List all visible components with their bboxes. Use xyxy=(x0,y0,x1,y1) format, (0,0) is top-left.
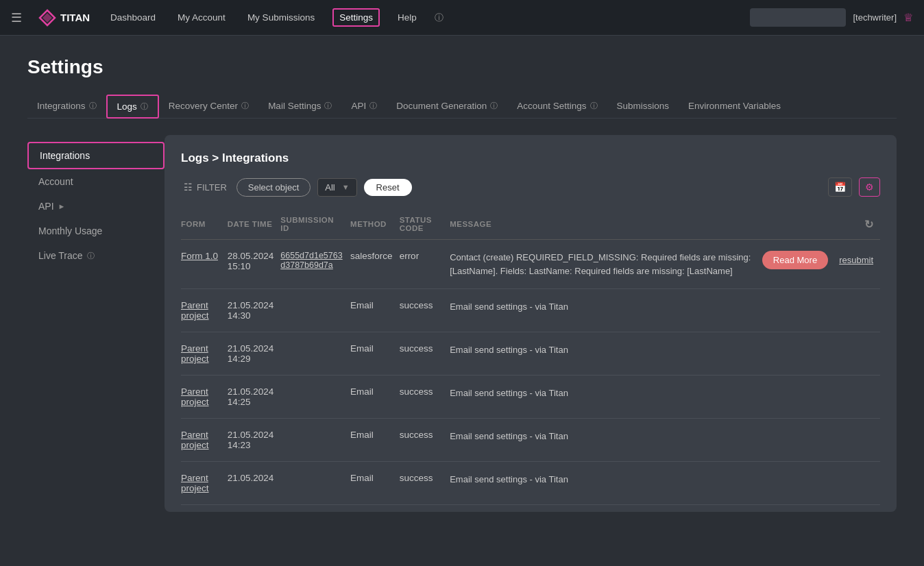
crown-icon: ♕ xyxy=(903,11,913,24)
form-link[interactable]: Form 1.0 xyxy=(181,251,218,261)
table-row: Parent project21.05.2024 14:30Emailsucce… xyxy=(181,289,880,332)
tab-recovery-center[interactable]: Recovery Center ⓘ xyxy=(159,95,258,118)
datetime-cell: 21.05.2024 xyxy=(228,462,281,505)
tab-logs-info-icon: ⓘ xyxy=(141,101,148,112)
action-cell xyxy=(762,462,880,505)
method-cell: salesforce xyxy=(350,240,400,289)
action-cell xyxy=(762,419,880,462)
message-text: Contact (create) REQUIRED_FIELD_MISSING:… xyxy=(450,252,751,276)
nav-settings[interactable]: Settings xyxy=(332,8,380,27)
hamburger-menu-icon[interactable]: ☰ xyxy=(11,10,22,25)
status-cell: success xyxy=(400,376,450,419)
submission-id-cell xyxy=(280,332,350,376)
message-cell: Email send settings - via Titan xyxy=(450,289,762,332)
log-table: FORM DATE TIME SUBMISSION ID METHOD STAT… xyxy=(181,210,880,505)
filter-button[interactable]: ☷ FILTER xyxy=(181,177,230,197)
form-link[interactable]: Parent project xyxy=(181,386,209,407)
tab-document-generation[interactable]: Document Generation ⓘ xyxy=(387,95,507,118)
tab-docgen-info-icon: ⓘ xyxy=(490,101,498,111)
form-link[interactable]: Parent project xyxy=(181,343,209,364)
table-row: Parent project21.05.2024 14:29Emailsucce… xyxy=(181,332,880,376)
top-navigation: ☰ TITAN Dashboard My Account My Submissi… xyxy=(0,0,924,36)
table-row: Parent project21.05.2024 14:25Emailsucce… xyxy=(181,376,880,419)
col-status-code: STATUS CODE xyxy=(400,210,450,240)
form-link[interactable]: Parent project xyxy=(181,430,209,450)
submission-id-cell xyxy=(280,462,350,505)
sidebar-item-live-trace[interactable]: Live Trace ⓘ xyxy=(27,243,165,268)
table-row: Parent project21.05.2024EmailsuccessEmai… xyxy=(181,462,880,505)
datetime-cell: 28.05.2024 15:10 xyxy=(228,240,281,289)
nav-my-submissions[interactable]: My Submissions xyxy=(243,10,319,25)
datetime-cell: 21.05.2024 14:30 xyxy=(228,289,281,332)
form-link[interactable]: Parent project xyxy=(181,473,209,493)
tab-integrations[interactable]: Integrations ⓘ xyxy=(27,95,106,118)
refresh-icon[interactable]: ↻ xyxy=(864,219,874,230)
col-actions: ↻ xyxy=(762,210,880,240)
datetime-cell: 21.05.2024 14:25 xyxy=(228,376,281,419)
message-cell: Email send settings - via Titan xyxy=(450,376,762,419)
page-content: Settings Integrations ⓘ Logs ⓘ Recovery … xyxy=(0,36,924,526)
tab-api[interactable]: API ⓘ xyxy=(341,95,387,118)
logo[interactable]: TITAN xyxy=(38,9,90,27)
action-cell: Read Moreresubmit xyxy=(762,240,880,289)
status-cell: success xyxy=(400,332,450,376)
status-cell: error xyxy=(400,240,450,289)
select-object-button[interactable]: Select object xyxy=(236,178,311,197)
resubmit-link[interactable]: resubmit xyxy=(839,255,873,265)
col-datetime: DATE TIME xyxy=(228,210,281,240)
sidebar-item-account[interactable]: Account xyxy=(27,169,165,194)
tab-environment-variables[interactable]: Environment Variables xyxy=(679,95,790,118)
nav-dashboard[interactable]: Dashboard xyxy=(106,10,160,25)
message-text: Email send settings - via Titan xyxy=(450,388,568,398)
table-row: Form 1.028.05.2024 15:106655d7d1e5763d37… xyxy=(181,240,880,289)
all-dropdown[interactable]: All ▼ xyxy=(317,178,356,197)
reset-button[interactable]: Reset xyxy=(364,179,412,196)
sidebar-item-integrations[interactable]: Integrations xyxy=(27,142,165,169)
api-arrow-icon: ► xyxy=(58,202,66,210)
read-more-button[interactable]: Read More xyxy=(762,251,828,269)
log-panel: Logs > Integrations ☷ FILTER Select obje… xyxy=(165,135,897,512)
log-panel-title: Logs > Integrations xyxy=(181,151,880,165)
datetime-cell: 21.05.2024 14:23 xyxy=(228,419,281,462)
message-cell: Email send settings - via Titan xyxy=(450,332,762,376)
method-cell: Email xyxy=(350,332,400,376)
dropdown-arrow-icon: ▼ xyxy=(342,183,350,191)
calendar-icon-button[interactable]: 📅 xyxy=(828,177,852,197)
search-input[interactable] xyxy=(750,8,846,27)
submission-id-cell xyxy=(280,289,350,332)
tab-account-settings[interactable]: Account Settings ⓘ xyxy=(507,95,607,118)
message-text: Email send settings - via Titan xyxy=(450,431,568,441)
topnav-right: [techwriter] ♕ xyxy=(750,8,913,27)
tab-acct-info-icon: ⓘ xyxy=(590,101,598,111)
settings-icon-button[interactable]: ⚙ xyxy=(859,177,880,197)
tab-recovery-info-icon: ⓘ xyxy=(241,101,249,111)
help-info-icon: ⓘ xyxy=(435,12,443,24)
submission-link[interactable]: d3787b69d7a xyxy=(280,260,343,270)
table-row: Parent project21.05.2024 14:23Emailsucce… xyxy=(181,419,880,462)
action-cell xyxy=(762,289,880,332)
content-area: Integrations Account API ► Monthly Usage… xyxy=(27,135,897,512)
method-cell: Email xyxy=(350,289,400,332)
col-form: FORM xyxy=(181,210,228,240)
sidebar-item-api[interactable]: API ► xyxy=(27,194,165,219)
tab-mail-settings[interactable]: Mail Settings ⓘ xyxy=(258,95,341,118)
topnav-links: Dashboard My Account My Submissions Sett… xyxy=(106,8,733,27)
nav-help[interactable]: Help xyxy=(393,10,421,25)
form-link[interactable]: Parent project xyxy=(181,300,209,321)
action-cell xyxy=(762,332,880,376)
status-cell: success xyxy=(400,289,450,332)
tab-logs[interactable]: Logs ⓘ xyxy=(106,95,159,119)
sidebar-item-monthly-usage[interactable]: Monthly Usage xyxy=(27,219,165,243)
nav-my-account[interactable]: My Account xyxy=(173,10,230,25)
action-cell xyxy=(762,376,880,419)
logo-text: TITAN xyxy=(60,12,90,23)
message-text: Email send settings - via Titan xyxy=(450,302,568,312)
status-cell: success xyxy=(400,419,450,462)
live-trace-info-icon: ⓘ xyxy=(87,251,95,261)
message-text: Email send settings - via Titan xyxy=(450,474,568,484)
tab-submissions[interactable]: Submissions xyxy=(607,95,679,118)
method-cell: Email xyxy=(350,462,400,505)
submission-link[interactable]: 6655d7d1e5763 xyxy=(280,251,343,260)
method-cell: Email xyxy=(350,376,400,419)
tab-api-info-icon: ⓘ xyxy=(369,101,377,111)
